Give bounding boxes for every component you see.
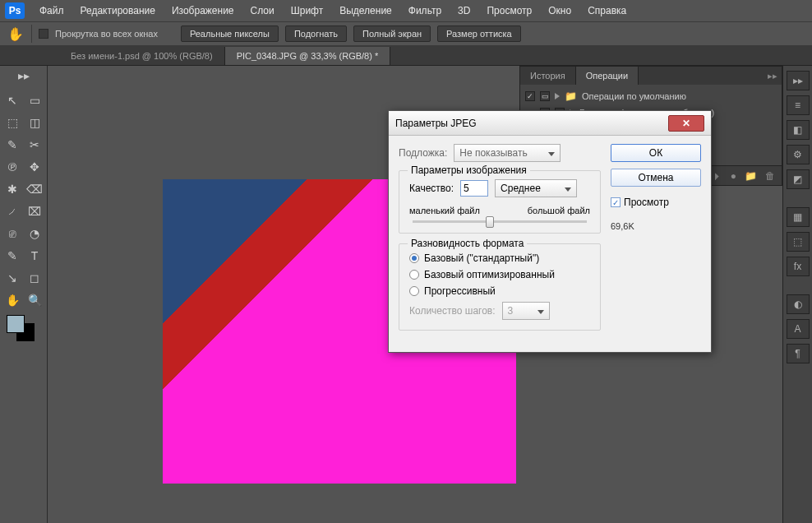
slider-thumb[interactable] xyxy=(486,216,494,228)
radio-label: Базовый оптимизированный xyxy=(424,269,555,280)
filesize-label: 69,6K xyxy=(611,221,701,231)
expand-arrow-icon[interactable] xyxy=(555,93,560,100)
menubar: Ps Файл Редактирование Изображение Слои … xyxy=(0,0,812,21)
format-option-progressive[interactable]: Прогрессивный xyxy=(409,285,590,297)
matte-value: Не показывать xyxy=(459,147,527,159)
menu-layer[interactable]: Слои xyxy=(242,5,283,16)
menu-filter[interactable]: Фильтр xyxy=(400,5,450,16)
tool-path[interactable]: ↘ xyxy=(2,267,23,289)
tool-crop[interactable]: ✎ xyxy=(2,134,23,155)
document-tab-2[interactable]: PIC_0348.JPG @ 33,3% (RGB/8) * xyxy=(225,47,391,65)
fit-screen-button[interactable]: Подогнать xyxy=(285,25,347,42)
quality-label: Качество: xyxy=(409,183,454,194)
tool-brush[interactable]: ✥ xyxy=(24,156,45,178)
quality-input[interactable] xyxy=(460,180,488,197)
format-options-group: Разновидность формата Базовый ("стандарт… xyxy=(399,243,601,331)
scans-label: Количество шагов: xyxy=(409,305,496,317)
matte-select[interactable]: Не показывать xyxy=(454,144,561,162)
dock-icon-10[interactable]: ¶ xyxy=(787,344,810,363)
quality-preset-select[interactable]: Среднее xyxy=(495,179,577,197)
menu-image[interactable]: Изображение xyxy=(164,5,242,16)
tool-gradient[interactable]: ⌧ xyxy=(24,201,45,222)
tool-eyedropper[interactable]: ✂ xyxy=(24,134,45,155)
tool-blur[interactable]: ⎚ xyxy=(2,223,23,244)
radio-label: Базовый ("стандартный") xyxy=(424,252,539,264)
radio-icon[interactable] xyxy=(409,286,419,296)
tool-quick-select[interactable]: ◫ xyxy=(24,112,45,133)
menu-window[interactable]: Окно xyxy=(540,5,579,16)
tool-dodge[interactable]: ◔ xyxy=(24,223,45,244)
dock-icon-1[interactable]: ≡ xyxy=(787,95,810,115)
format-option-optimized[interactable]: Базовый оптимизированный xyxy=(409,269,590,280)
radio-icon[interactable] xyxy=(409,253,419,263)
menu-type[interactable]: Шрифт xyxy=(283,5,331,16)
tool-zoom[interactable]: 🔍 xyxy=(24,289,45,311)
actual-pixels-button[interactable]: Реальные пикселы xyxy=(181,25,279,42)
preview-checkbox-row[interactable]: ✓ Просмотр xyxy=(611,197,701,208)
dock-icon-7[interactable]: fx xyxy=(787,257,810,276)
slider-big-label: большой файл xyxy=(528,206,590,215)
image-options-group: Параметры изображения Качество: Среднее … xyxy=(399,170,601,234)
tool-pen[interactable]: ✎ xyxy=(2,245,23,266)
tool-move[interactable]: ↖ xyxy=(2,90,23,111)
tool-history-brush[interactable]: ⌫ xyxy=(24,178,45,200)
scroll-all-checkbox[interactable] xyxy=(39,29,48,39)
matte-label: Подложка: xyxy=(399,147,447,159)
preview-checkbox[interactable]: ✓ xyxy=(611,197,621,207)
play-icon[interactable]: ⏵ xyxy=(713,170,722,182)
foreground-color[interactable] xyxy=(7,315,25,333)
action-toggle[interactable]: ✓ xyxy=(525,91,535,101)
action-dialog-toggle[interactable]: ▭ xyxy=(540,91,550,101)
color-swatches[interactable] xyxy=(2,315,45,343)
cancel-button[interactable]: Отмена xyxy=(611,169,701,187)
tools-handle[interactable]: ▸▸ xyxy=(2,67,45,84)
dock-icon-4[interactable]: ◩ xyxy=(787,169,810,189)
jpeg-options-dialog: Параметры JPEG ✕ Подложка: Не показывать… xyxy=(388,110,712,353)
dock-icon-9[interactable]: A xyxy=(787,319,810,339)
record-icon[interactable]: ● xyxy=(731,170,736,182)
dock-icon-3[interactable]: ⚙ xyxy=(787,145,810,164)
right-dock: ▸▸ ≡ ◧ ⚙ ◩ ▦ ⬚ fx ◐ A ¶ xyxy=(782,66,812,523)
tool-stamp[interactable]: ✱ xyxy=(2,178,23,200)
menu-3d[interactable]: 3D xyxy=(450,5,478,16)
dock-icon-8[interactable]: ◐ xyxy=(787,294,810,314)
tab-actions[interactable]: Операции xyxy=(576,67,639,85)
quality-preset-value: Среднее xyxy=(501,183,541,194)
quality-slider[interactable] xyxy=(413,220,587,223)
dock-icon-6[interactable]: ⬚ xyxy=(787,232,810,252)
radio-icon[interactable] xyxy=(409,270,419,280)
tool-eraser[interactable]: ⟋ xyxy=(2,201,23,222)
tool-type[interactable]: T xyxy=(24,245,45,266)
menu-edit[interactable]: Редактирование xyxy=(72,5,164,16)
tool-shape[interactable]: ◻ xyxy=(24,267,45,289)
tool-lasso[interactable]: ⬚ xyxy=(2,112,23,133)
menu-help[interactable]: Справка xyxy=(579,5,634,16)
options-bar: ✋ Прокрутка во всех окнах Реальные пиксе… xyxy=(0,21,812,46)
dock-icon-2[interactable]: ◧ xyxy=(787,120,810,140)
slider-small-label: маленький файл xyxy=(409,206,480,215)
app-logo: Ps xyxy=(5,2,25,19)
panel-menu-icon[interactable]: ▸▸ xyxy=(764,67,782,85)
image-options-legend: Параметры изображения xyxy=(408,164,530,176)
format-option-baseline[interactable]: Базовый ("стандартный") xyxy=(409,252,590,264)
dock-icon-5[interactable]: ▦ xyxy=(787,207,810,227)
ok-button[interactable]: ОК xyxy=(611,144,701,162)
tool-hand[interactable]: ✋ xyxy=(2,289,23,311)
close-button[interactable]: ✕ xyxy=(668,115,704,132)
action-row-default[interactable]: ✓ ▭ 📁 Операции по умолчанию xyxy=(525,88,777,104)
dock-expand[interactable]: ▸▸ xyxy=(787,71,810,90)
tool-healing[interactable]: ℗ xyxy=(2,156,23,178)
tool-marquee[interactable]: ▭ xyxy=(24,90,45,111)
print-size-button[interactable]: Размер оттиска xyxy=(437,25,521,42)
dialog-title: Параметры JPEG xyxy=(395,118,477,129)
full-screen-button[interactable]: Полный экран xyxy=(353,25,431,42)
trash-icon[interactable]: 🗑 xyxy=(765,170,775,182)
action-label: Операции по умолчанию xyxy=(582,91,686,101)
document-tab-1[interactable]: Без имени-1.psd @ 100% (RGB/8) xyxy=(59,47,225,65)
new-set-icon[interactable]: 📁 xyxy=(745,170,757,182)
tab-history[interactable]: История xyxy=(520,67,576,85)
dialog-titlebar[interactable]: Параметры JPEG ✕ xyxy=(389,111,711,136)
menu-view[interactable]: Просмотр xyxy=(478,5,540,16)
menu-select[interactable]: Выделение xyxy=(331,5,400,16)
menu-file[interactable]: Файл xyxy=(31,5,72,16)
